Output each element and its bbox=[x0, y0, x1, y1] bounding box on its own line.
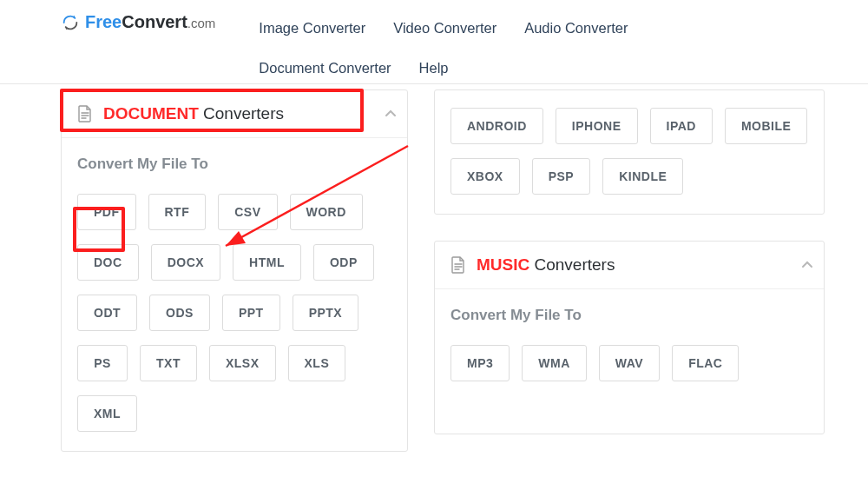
music_panel-chip-wav[interactable]: WAV bbox=[599, 345, 660, 381]
music-format-chips: MP3WMAWAVFLAC bbox=[450, 345, 808, 381]
music-panel-title: MUSIC Converters bbox=[477, 255, 615, 275]
device_panel-chip-kindle[interactable]: KINDLE bbox=[602, 158, 683, 195]
device_panel-chip-psp[interactable]: PSP bbox=[532, 158, 591, 195]
document_panel-chip-odt[interactable]: ODT bbox=[77, 295, 137, 331]
document_panel-chip-rtf[interactable]: RTF bbox=[148, 194, 207, 230]
file-icon bbox=[450, 256, 466, 274]
document-converters-panel: DOCUMENT Converters Convert My File To P… bbox=[61, 89, 408, 452]
device-converters-panel: ANDROIDIPHONEIPADMOBILEXBOXPSPKINDLE bbox=[434, 89, 825, 215]
device_panel-chip-ipad[interactable]: IPAD bbox=[650, 108, 713, 144]
music_panel-chip-flac[interactable]: FLAC bbox=[672, 345, 739, 381]
file-icon bbox=[77, 105, 93, 122]
document-panel-body: Convert My File To PDFRTFCSVWORDDOCDOCXH… bbox=[62, 138, 407, 451]
top-nav: FreeConvert.com Image Converter Video Co… bbox=[0, 0, 868, 84]
document-format-chips: PDFRTFCSVWORDDOCDOCXHTMLODPODTODSPPTPPTX… bbox=[77, 194, 391, 432]
device-format-chips: ANDROIDIPHONEIPADMOBILEXBOXPSPKINDLE bbox=[450, 108, 808, 195]
document_panel-chip-word[interactable]: WORD bbox=[290, 194, 363, 230]
document_panel-chip-ps[interactable]: PS bbox=[77, 345, 128, 381]
music_panel-chip-wma[interactable]: WMA bbox=[522, 345, 587, 381]
nav-image-converter[interactable]: Image Converter bbox=[259, 10, 365, 45]
device-panel-body: ANDROIDIPHONEIPADMOBILEXBOXPSPKINDLE bbox=[435, 90, 824, 214]
document_panel-chip-pdf[interactable]: PDF bbox=[77, 194, 136, 230]
document-panel-title: DOCUMENT Converters bbox=[103, 104, 284, 123]
document-panel-header[interactable]: DOCUMENT Converters bbox=[62, 90, 407, 138]
chevron-up-icon[interactable] bbox=[385, 108, 397, 120]
document_panel-chip-ppt[interactable]: PPT bbox=[222, 295, 280, 331]
device_panel-chip-android[interactable]: ANDROID bbox=[450, 108, 543, 144]
music_panel-chip-mp3[interactable]: MP3 bbox=[450, 345, 510, 381]
left-column: DOCUMENT Converters Convert My File To P… bbox=[61, 89, 408, 452]
document_panel-chip-html[interactable]: HTML bbox=[233, 244, 301, 281]
logo-text: FreeConvert.com bbox=[85, 12, 215, 32]
right-column: ANDROIDIPHONEIPADMOBILEXBOXPSPKINDLE MUS… bbox=[434, 89, 825, 452]
chevron-up-icon[interactable] bbox=[801, 259, 813, 271]
document_panel-chip-pptx[interactable]: PPTX bbox=[293, 295, 359, 331]
nav-document-converter[interactable]: Document Converter bbox=[259, 50, 391, 85]
document_panel-chip-odp[interactable]: ODP bbox=[313, 244, 374, 281]
content-area: DOCUMENT Converters Convert My File To P… bbox=[0, 84, 868, 452]
device_panel-chip-xbox[interactable]: XBOX bbox=[450, 158, 520, 195]
device_panel-chip-mobile[interactable]: MOBILE bbox=[725, 108, 807, 144]
main-menu: Image Converter Video Converter Audio Co… bbox=[259, 10, 814, 85]
music-panel-body: Convert My File To MP3WMAWAVFLAC bbox=[435, 289, 824, 434]
nav-help[interactable]: Help bbox=[419, 50, 449, 85]
convert-to-label: Convert My File To bbox=[77, 156, 391, 173]
music-panel-header[interactable]: MUSIC Converters bbox=[435, 242, 824, 289]
music-converters-panel: MUSIC Converters Convert My File To MP3W… bbox=[434, 241, 825, 434]
site-logo[interactable]: FreeConvert.com bbox=[61, 12, 215, 32]
document_panel-chip-ods[interactable]: ODS bbox=[149, 295, 210, 331]
document_panel-chip-docx[interactable]: DOCX bbox=[151, 244, 220, 281]
document_panel-chip-xml[interactable]: XML bbox=[77, 395, 137, 432]
document_panel-chip-doc[interactable]: DOC bbox=[77, 244, 139, 281]
document_panel-chip-xls[interactable]: XLS bbox=[288, 345, 346, 381]
document_panel-chip-txt[interactable]: TXT bbox=[140, 345, 197, 381]
document_panel-chip-xlsx[interactable]: XLSX bbox=[209, 345, 276, 381]
nav-audio-converter[interactable]: Audio Converter bbox=[524, 10, 628, 45]
nav-video-converter[interactable]: Video Converter bbox=[393, 10, 496, 45]
convert-to-label: Convert My File To bbox=[450, 307, 808, 324]
logo-icon bbox=[61, 13, 80, 32]
document_panel-chip-csv[interactable]: CSV bbox=[218, 194, 277, 230]
device_panel-chip-iphone[interactable]: IPHONE bbox=[556, 108, 638, 144]
